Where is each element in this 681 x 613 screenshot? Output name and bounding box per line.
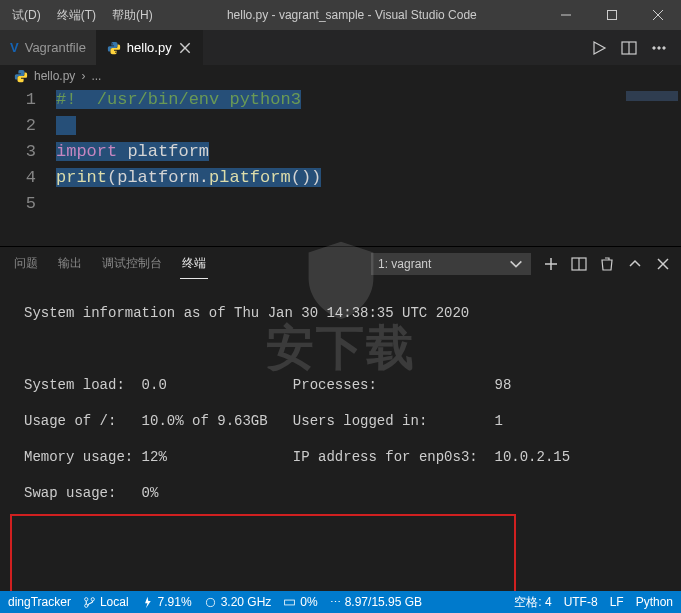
- maximize-button[interactable]: [589, 0, 635, 30]
- close-button[interactable]: [635, 0, 681, 30]
- svg-point-10: [658, 46, 660, 48]
- status-network[interactable]: ⋯ 8.97/15.95 GB: [330, 595, 422, 609]
- status-encoding[interactable]: UTF-8: [564, 595, 598, 609]
- code-area[interactable]: #! /usr/bin/env python3 import platformp…: [56, 87, 681, 245]
- term-line: Memory usage: 12% IP address for enp0s3:…: [24, 448, 671, 466]
- close-icon[interactable]: [178, 41, 192, 55]
- menu-bar: 试(D) 终端(T) 帮助(H): [0, 7, 161, 24]
- minimap[interactable]: [626, 91, 678, 101]
- vagrant-icon: V: [10, 40, 19, 55]
- svg-rect-23: [285, 600, 295, 605]
- term-line: System information as of Thu Jan 30 14:3…: [24, 304, 671, 322]
- tab-vagrantfile[interactable]: V Vagrantfile: [0, 30, 97, 65]
- status-coding-tracker[interactable]: dingTracker: [8, 595, 71, 609]
- breadcrumb-more: ...: [91, 69, 101, 83]
- status-memory[interactable]: 0%: [283, 595, 317, 609]
- minimize-button[interactable]: [543, 0, 589, 30]
- svg-rect-1: [608, 11, 617, 20]
- close-panel-icon[interactable]: [655, 256, 671, 272]
- term-line: Swap usage: 0%: [24, 484, 671, 502]
- status-spaces[interactable]: 空格: 4: [514, 594, 551, 611]
- status-cpu[interactable]: 3.20 GHz: [204, 595, 272, 609]
- status-battery[interactable]: 7.91%: [141, 595, 192, 609]
- new-terminal-icon[interactable]: [543, 256, 559, 272]
- breadcrumb-sep: ›: [81, 69, 85, 83]
- tab-hello-py[interactable]: hello.py: [97, 30, 203, 65]
- run-icon[interactable]: [591, 40, 607, 56]
- menu-item-terminal[interactable]: 终端(T): [49, 7, 104, 24]
- status-bar: dingTracker Local 7.91% 3.20 GHz 0% ⋯ 8.…: [0, 591, 681, 613]
- term-line: System load: 0.0 Processes: 98: [24, 376, 671, 394]
- svg-point-22: [206, 598, 214, 606]
- title-bar: 试(D) 终端(T) 帮助(H) hello.py - vagrant_samp…: [0, 0, 681, 30]
- svg-point-9: [653, 46, 655, 48]
- panel-tab-debug-console[interactable]: 调试控制台: [100, 249, 164, 278]
- term-line: Usage of /: 10.0% of 9.63GB Users logged…: [24, 412, 671, 430]
- svg-point-18: [85, 597, 88, 600]
- panel-tab-terminal[interactable]: 终端: [180, 249, 208, 279]
- terminal-selector-label: 1: vagrant: [378, 257, 431, 271]
- cpu-icon: [204, 596, 217, 609]
- svg-marker-21: [145, 596, 151, 607]
- chevron-down-icon: [508, 256, 524, 272]
- line-gutter: 12345: [0, 87, 56, 245]
- breadcrumb-file: hello.py: [34, 69, 75, 83]
- status-eol[interactable]: LF: [610, 595, 624, 609]
- window-title: hello.py - vagrant_sample - Visual Studi…: [161, 8, 543, 22]
- panel-tab-problems[interactable]: 问题: [12, 249, 40, 278]
- code-editor[interactable]: 12345 #! /usr/bin/env python3 import pla…: [0, 87, 681, 245]
- menu-item-debug[interactable]: 试(D): [4, 7, 49, 24]
- status-local[interactable]: Local: [83, 595, 129, 609]
- terminal-selector[interactable]: 1: vagrant: [371, 253, 531, 275]
- tab-label: Vagrantfile: [25, 40, 86, 55]
- panel-tab-output[interactable]: 输出: [56, 249, 84, 278]
- panel: 问题 输出 调试控制台 终端 1: vagrant System informa…: [0, 245, 681, 595]
- python-icon: [107, 41, 121, 55]
- tab-label: hello.py: [127, 40, 172, 55]
- split-terminal-icon[interactable]: [571, 256, 587, 272]
- python-icon: [14, 69, 28, 83]
- editor-tab-row: V Vagrantfile hello.py: [0, 30, 681, 65]
- kill-terminal-icon[interactable]: [599, 256, 615, 272]
- svg-marker-6: [594, 42, 605, 54]
- branch-icon: [83, 596, 96, 609]
- editor-actions: [591, 30, 675, 65]
- window-controls: [543, 0, 681, 30]
- svg-point-11: [663, 46, 665, 48]
- status-language[interactable]: Python: [636, 595, 673, 609]
- split-editor-icon[interactable]: [621, 40, 637, 56]
- more-icon[interactable]: [651, 40, 667, 56]
- panel-tabs: 问题 输出 调试控制台 终端 1: vagrant: [0, 246, 681, 280]
- memory-icon: [283, 596, 296, 609]
- svg-point-20: [91, 597, 94, 600]
- maximize-panel-icon[interactable]: [627, 256, 643, 272]
- menu-item-help[interactable]: 帮助(H): [104, 7, 161, 24]
- breadcrumb[interactable]: hello.py › ...: [0, 65, 681, 87]
- battery-icon: [141, 596, 154, 609]
- terminal-output[interactable]: System information as of Thu Jan 30 14:3…: [0, 280, 681, 595]
